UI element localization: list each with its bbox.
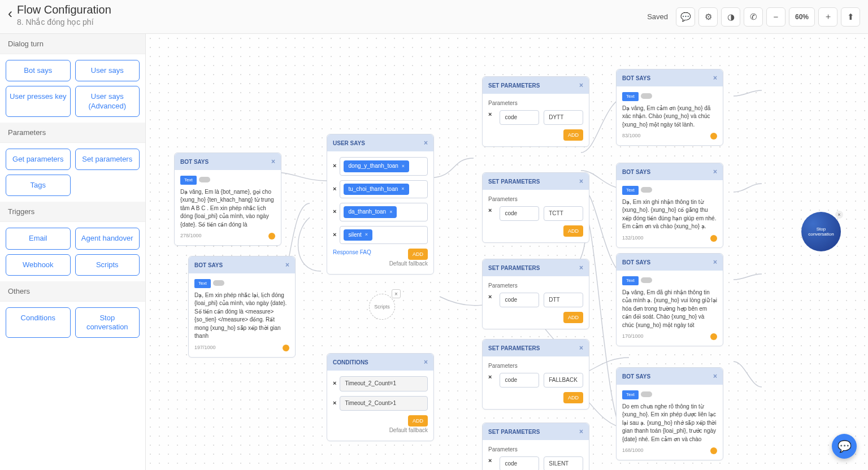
palette-user-says[interactable]: User says xyxy=(75,60,140,81)
palette-tags[interactable]: Tags xyxy=(6,175,71,196)
param-value[interactable]: DTT xyxy=(544,293,583,308)
remove-icon[interactable]: × xyxy=(333,399,336,408)
param-key[interactable]: code xyxy=(500,206,539,221)
add-button[interactable]: ADD xyxy=(563,225,583,237)
scripts-close-icon[interactable]: × xyxy=(392,289,401,298)
remove-icon[interactable]: × xyxy=(333,379,336,388)
condition-input[interactable]: Timeout_2_Count>1 xyxy=(340,396,428,411)
default-fallback-label: Default fallback xyxy=(333,260,428,268)
close-icon[interactable]: × xyxy=(713,372,717,380)
param-value[interactable]: SILENT xyxy=(544,456,583,471)
help-chat-icon[interactable]: 💬 xyxy=(832,434,857,459)
palette-user-says-advanced[interactable]: User says (Advanced) xyxy=(75,86,140,117)
param-key[interactable]: code xyxy=(500,373,539,388)
node-bot-says-reminder[interactable]: BOT SAYS× Text Dạ, Em xin phép nhắc lại,… xyxy=(188,256,296,358)
toggle[interactable] xyxy=(641,391,652,397)
chat-plus-icon[interactable]: 💬 xyxy=(676,7,695,27)
upload-icon[interactable]: ⬆ xyxy=(841,7,860,27)
condition-input[interactable]: Timeout_2_Count=1 xyxy=(340,376,428,391)
node-set-params-tctt[interactable]: SET PARAMETERS× Parameters ×codeTCTT ADD xyxy=(482,172,589,243)
node-bot-says-intro[interactable]: BOT SAYS× Text Dạ vâng, Em là {bot_name}… xyxy=(174,153,281,246)
close-icon[interactable]: × xyxy=(579,264,583,272)
toggle[interactable] xyxy=(641,187,652,193)
intent-pill[interactable]: silent× xyxy=(344,229,372,241)
param-key[interactable]: code xyxy=(500,110,539,125)
remove-icon[interactable]: × xyxy=(488,110,492,125)
node-bot-says-r3[interactable]: BOT SAYS× Text Dạ vâng, Em đã ghi nhận t… xyxy=(616,253,723,346)
palette-conditions[interactable]: Conditions xyxy=(6,307,71,338)
add-button[interactable]: ADD xyxy=(408,249,428,260)
palette-email[interactable]: Email xyxy=(6,228,71,249)
add-button[interactable]: ADD xyxy=(563,129,583,141)
close-icon[interactable]: × xyxy=(579,177,583,185)
remove-pill-icon[interactable]: × xyxy=(402,163,405,170)
node-title: SET PARAMETERS xyxy=(488,265,540,271)
node-set-params-silent[interactable]: SET PARAMETERS× Parameters ×codeSILENT xyxy=(482,423,589,470)
palette-agent-handover[interactable]: Agent handover xyxy=(75,228,140,249)
toggle[interactable] xyxy=(641,93,652,99)
close-icon[interactable]: × xyxy=(579,344,583,352)
palette-get-parameters[interactable]: Get parameters xyxy=(6,149,71,170)
close-icon[interactable]: × xyxy=(713,258,717,266)
palette-bot-says[interactable]: Bot says xyxy=(6,60,71,81)
param-value[interactable]: TCTT xyxy=(544,206,583,221)
palette-set-parameters[interactable]: Set parameters xyxy=(75,149,140,170)
node-bot-says-r1[interactable]: BOT SAYS× Text Dạ vâng, Em cảm ơn {xung_… xyxy=(616,69,723,146)
close-icon[interactable]: × xyxy=(835,211,843,219)
toggle[interactable] xyxy=(213,280,224,286)
close-icon[interactable]: × xyxy=(271,158,275,166)
palette-stop-conversation[interactable]: Stop conversation xyxy=(75,307,140,338)
palette-webhook[interactable]: Webhook xyxy=(6,254,71,276)
phone-icon[interactable]: ✆ xyxy=(744,7,763,27)
remove-icon[interactable]: × xyxy=(333,207,336,216)
close-icon[interactable]: × xyxy=(424,358,428,366)
node-scripts[interactable]: Scripts xyxy=(369,294,395,320)
toggle[interactable] xyxy=(199,177,210,182)
add-button[interactable]: ADD xyxy=(563,392,583,403)
add-button[interactable]: ADD xyxy=(563,312,583,323)
node-set-params-dytt[interactable]: SET PARAMETERS× Parameters ×codeDYTT ADD xyxy=(482,76,589,147)
node-bot-says-r4[interactable]: BOT SAYS× Text Do em chưa nghe rõ thông … xyxy=(616,367,723,460)
param-value[interactable]: FALLBACK xyxy=(544,373,583,388)
zoom-in-icon[interactable]: ＋ xyxy=(818,7,837,27)
remove-icon[interactable]: × xyxy=(488,293,492,308)
remove-icon[interactable]: × xyxy=(333,162,336,171)
intent-pill[interactable]: da_thanh_toan× xyxy=(344,206,397,218)
add-button[interactable]: ADD xyxy=(408,415,428,427)
node-conditions[interactable]: CONDITIONS× ×Timeout_2_Count=1 ×Timeout_… xyxy=(327,353,434,441)
node-stop-conversation[interactable]: Stop conversation × xyxy=(801,212,841,251)
close-icon[interactable]: × xyxy=(579,81,583,89)
remove-icon[interactable]: × xyxy=(333,230,336,240)
intent-pill[interactable]: tu_choi_thanh_toan× xyxy=(344,184,409,195)
zoom-out-icon[interactable]: − xyxy=(766,7,785,27)
node-bot-says-r2[interactable]: BOT SAYS× Text Dạ, Em xin ghi nhận thông… xyxy=(616,163,723,248)
remove-icon[interactable]: × xyxy=(333,185,336,194)
remove-pill-icon[interactable]: × xyxy=(389,208,392,216)
node-set-params-dtt[interactable]: SET PARAMETERS× Parameters ×codeDTT ADD xyxy=(482,259,589,329)
close-icon[interactable]: × xyxy=(579,428,583,436)
node-title: SET PARAMETERS xyxy=(488,179,540,185)
remove-icon[interactable]: × xyxy=(488,456,492,471)
remove-icon[interactable]: × xyxy=(488,373,492,388)
param-key[interactable]: code xyxy=(500,456,539,471)
gear-chat-icon[interactable]: ⚙ xyxy=(698,7,718,27)
param-key[interactable]: code xyxy=(500,293,539,308)
close-icon[interactable]: × xyxy=(424,139,428,147)
brain-icon[interactable]: ◑ xyxy=(721,7,740,27)
close-icon[interactable]: × xyxy=(285,261,289,269)
back-icon[interactable]: ‹ xyxy=(8,6,12,21)
param-value[interactable]: DYTT xyxy=(544,110,583,125)
canvas[interactable]: BOT SAYS× Text Dạ vâng, Em là {bot_name}… xyxy=(146,34,868,470)
close-icon[interactable]: × xyxy=(713,74,717,82)
close-icon[interactable]: × xyxy=(713,168,717,176)
palette-scripts[interactable]: Scripts xyxy=(75,254,140,276)
toggle[interactable] xyxy=(641,277,652,283)
palette-user-presses-key[interactable]: User presses key xyxy=(6,86,71,117)
remove-pill-icon[interactable]: × xyxy=(401,185,404,193)
response-faq-link[interactable]: Response FAQ xyxy=(333,249,371,255)
node-user-says[interactable]: USER SAYS× ×dong_y_thanh_toan× ×tu_choi_… xyxy=(327,134,434,275)
remove-pill-icon[interactable]: × xyxy=(365,231,368,238)
intent-pill[interactable]: dong_y_thanh_toan× xyxy=(344,160,409,172)
remove-icon[interactable]: × xyxy=(488,206,492,221)
node-set-params-fallback[interactable]: SET PARAMETERS× Parameters ×codeFALLBACK… xyxy=(482,339,589,410)
